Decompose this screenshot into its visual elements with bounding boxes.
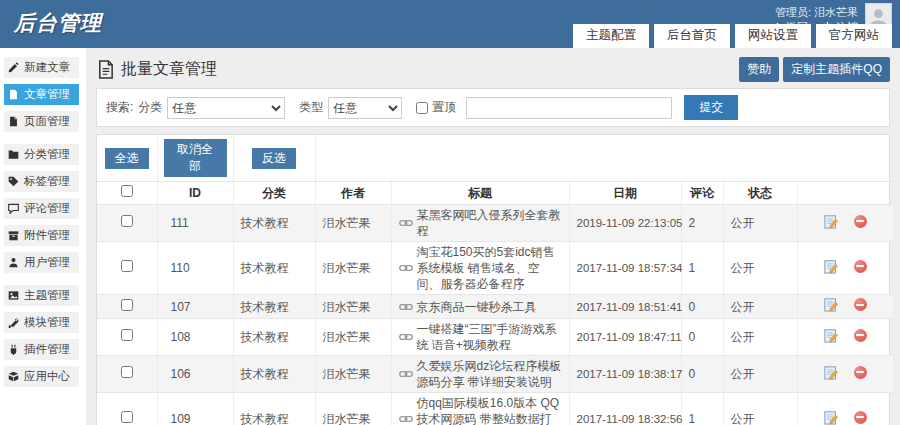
cell-status: 公开 [723,242,797,295]
search-label: 搜索: [106,99,133,116]
delete-icon[interactable] [854,215,867,228]
sidebar-item-label: 模块管理 [24,315,70,330]
sidebar-item-comment[interactable]: 评论管理 [4,198,79,219]
sidebar-item-label: 页面管理 [24,114,70,129]
sidebar-item-theme[interactable]: 主题管理 [4,285,79,306]
type-label: 类型 [299,99,323,116]
cell-author: 泪水芒果 [315,205,391,242]
custom-theme-qq-button[interactable]: 定制主题插件QQ [783,57,890,82]
sidebar-item-user[interactable]: 用户管理 [4,252,79,273]
comment-icon [8,203,20,215]
cell-id: 110 [157,242,233,295]
cell-actions [797,205,893,242]
actions-wrap [824,410,867,425]
keyword-input[interactable] [466,97,672,119]
header-tabs: 主题配置后台首页网站设置官方网站 [573,24,892,48]
cell-author: 泪水芒果 [315,295,391,319]
sidebar-item-page[interactable]: 页面管理 [4,111,79,132]
link-icon[interactable] [399,332,413,342]
cell-title: 淘宝花150买的5套idc销售系统模板 销售域名、空间、服务器必备程序 [391,242,569,295]
cell-date: 2017-11-09 18:51:41 [569,295,681,319]
edit-icon[interactable] [824,297,838,312]
pencil-icon [8,62,20,74]
sidebar-group: 新建文章文章管理页面管理 [0,57,86,132]
title-wrap: 仿qq国际模板16.0版本 QQ技术网源码 带整站数据打包下载 [399,395,562,425]
cell-comments: 0 [681,295,723,319]
row-checkbox[interactable] [121,366,133,378]
sponsor-button[interactable]: 赞助 [739,57,779,82]
table-row: 109技术教程泪水芒果仿qq国际模板16.0版本 QQ技术网源码 带整站数据打包… [97,393,893,425]
cell-id: 108 [157,319,233,356]
sidebar-item-module[interactable]: 模块管理 [4,312,79,333]
cell-comments: 1 [681,242,723,295]
user-icon [8,257,20,269]
row-checkbox-cell [97,319,157,356]
pinned-checkbox[interactable] [416,102,428,114]
sidebar-item-article[interactable]: 文章管理 [4,84,79,105]
delete-icon[interactable] [854,411,867,424]
deselect-all-button[interactable]: 取消全部 [164,139,227,177]
sidebar-item-folder[interactable]: 分类管理 [4,144,79,165]
link-icon[interactable] [399,302,413,312]
column-header: 状态 [723,182,797,205]
row-checkbox[interactable] [121,215,133,227]
title-wrap: 某黑客网吧入侵系列全套教程 [399,207,562,239]
page-title: 批量文章管理 [121,59,217,80]
column-header: 标题 [391,182,569,205]
submit-button[interactable]: 提交 [684,95,738,120]
header-tab[interactable]: 官方网站 [816,24,892,48]
cell-category: 技术教程 [233,356,315,393]
row-checkbox[interactable] [121,260,133,272]
select-all-button[interactable]: 全选 [105,148,149,169]
link-icon[interactable] [399,263,413,273]
sidebar-item-label: 分类管理 [24,147,70,162]
sidebar-item-label: 用户管理 [24,255,70,270]
delete-icon[interactable] [854,298,867,311]
cell-title: 仿qq国际模板16.0版本 QQ技术网源码 带整站数据打包下载 [391,393,569,425]
title-wrap: 京东商品一键秒杀工具 [399,299,562,315]
edit-icon[interactable] [824,328,838,343]
sidebar: 新建文章文章管理页面管理分类管理标签管理评论管理附件管理用户管理主题管理模块管理… [0,48,86,425]
header-checkbox[interactable] [121,185,133,197]
table-row: 106技术教程泪水芒果久爱娱乐网dz论坛程序模板源码分享 带详细安装说明2017… [97,356,893,393]
theme-icon [8,290,20,302]
link-icon[interactable] [399,414,413,424]
cell-date: 2017-11-09 18:57:34 [569,242,681,295]
article-table-panel: 全选取消全部反选ID分类作者标题日期评论状态111技术教程泪水芒果某黑客网吧入侵… [96,134,890,425]
edit-icon[interactable] [824,259,838,274]
edit-icon[interactable] [824,365,838,380]
row-checkbox-cell [97,393,157,425]
header-tab[interactable]: 后台首页 [654,24,730,48]
header-tab[interactable]: 网站设置 [735,24,811,48]
actions-header [797,182,893,205]
header-tab[interactable]: 主题配置 [573,24,649,48]
edit-icon[interactable] [824,410,838,425]
sidebar-item-pencil[interactable]: 新建文章 [4,57,79,78]
cell-id: 106 [157,356,233,393]
sidebar-item-tag[interactable]: 标签管理 [4,171,79,192]
delete-icon[interactable] [854,329,867,342]
cell-category: 技术教程 [233,295,315,319]
link-icon[interactable] [399,369,413,379]
delete-icon[interactable] [854,260,867,273]
admin-name: 管理员: 泪水芒果 [772,5,858,19]
sidebar-item-appcenter[interactable]: 应用中心 [4,366,79,387]
row-checkbox[interactable] [121,329,133,341]
edit-icon[interactable] [824,214,838,229]
delete-icon[interactable] [854,366,867,379]
type-select[interactable]: 任意 [328,97,402,119]
cell-date: 2017-11-09 18:32:56 [569,393,681,425]
row-checkbox[interactable] [121,299,133,311]
app-logo: 后台管理 [14,9,102,37]
cell-author: 泪水芒果 [315,242,391,295]
column-header: 作者 [315,182,391,205]
sidebar-item-plugin[interactable]: 插件管理 [4,339,79,360]
row-checkbox[interactable] [121,411,133,423]
link-icon[interactable] [399,218,413,228]
category-select[interactable]: 任意 [167,97,285,119]
title-wrap: 久爱娱乐网dz论坛程序模板源码分享 带详细安装说明 [399,358,562,390]
sidebar-item-label: 新建文章 [24,60,70,75]
sidebar-item-archive[interactable]: 附件管理 [4,225,79,246]
invert-selection-button[interactable]: 反选 [252,148,296,169]
cell-actions [797,393,893,425]
